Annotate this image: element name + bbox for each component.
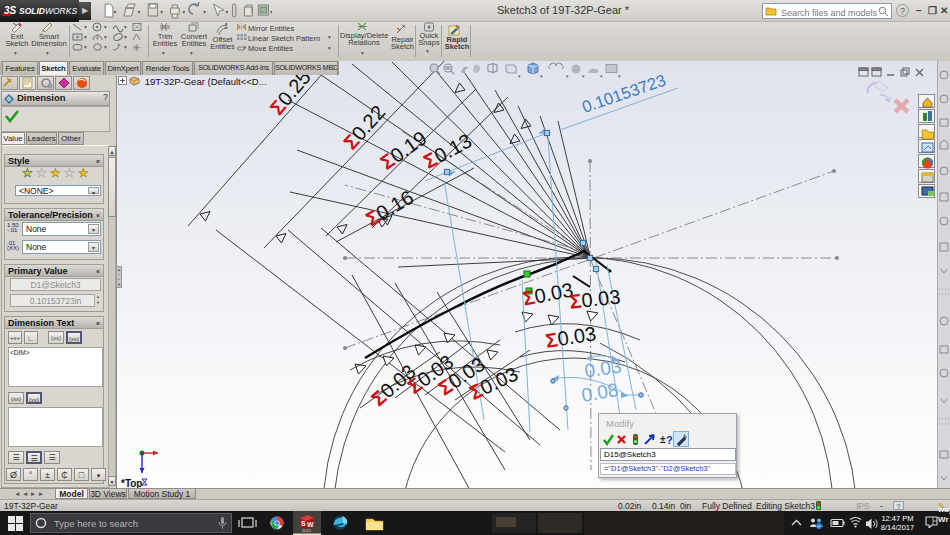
svg-text:▾: ▾ — [160, 9, 163, 15]
svg-text:Σ0.03: Σ0.03 — [544, 322, 598, 352]
svg-text:▾: ▾ — [104, 34, 107, 40]
svg-text:★: ★ — [22, 166, 33, 180]
svg-text:▾: ▾ — [104, 44, 107, 50]
svg-text:▾: ▾ — [124, 44, 127, 50]
svg-text:▾: ▾ — [138, 9, 141, 15]
svg-text:2015: 2015 — [302, 528, 312, 533]
svg-text:Σ0.22: Σ0.22 — [339, 101, 389, 154]
svg-text:▾: ▾ — [190, 50, 193, 56]
svg-text:▾: ▾ — [162, 50, 165, 56]
svg-text:0.03: 0.03 — [583, 356, 623, 382]
svg-text:▾: ▾ — [270, 9, 272, 15]
svg-text:0.08: 0.08 — [580, 379, 620, 406]
svg-text:*Top: *Top — [121, 478, 142, 488]
svg-text:▾: ▾ — [566, 73, 569, 79]
svg-text:★: ★ — [64, 166, 75, 180]
svg-text:▾: ▾ — [618, 73, 621, 79]
svg-text:▾: ▾ — [226, 9, 229, 15]
svg-text:Σ0.03: Σ0.03 — [521, 278, 575, 309]
svg-text:?: ? — [666, 434, 673, 446]
svg-text:▾: ▾ — [124, 34, 127, 40]
svg-text:W: W — [307, 521, 314, 528]
svg-text:★: ★ — [78, 166, 89, 180]
svg-text:★: ★ — [50, 166, 61, 180]
svg-text:★: ★ — [36, 166, 47, 180]
svg-text:▾: ▾ — [426, 48, 429, 54]
svg-text:▾: ▾ — [104, 24, 107, 30]
svg-text:▾: ▾ — [582, 73, 585, 79]
svg-text:▾: ▾ — [361, 50, 364, 56]
svg-text:▾: ▾ — [203, 9, 206, 15]
svg-text:▾: ▾ — [114, 9, 117, 15]
svg-text:▾: ▾ — [84, 24, 87, 30]
svg-text:▾: ▾ — [14, 50, 17, 56]
svg-text:▾: ▾ — [328, 45, 331, 51]
svg-text:▾: ▾ — [84, 34, 87, 40]
svg-text:▾: ▾ — [540, 73, 543, 79]
svg-text:▾: ▾ — [124, 24, 127, 30]
svg-text:▾: ▾ — [183, 9, 186, 15]
svg-text:▾: ▾ — [84, 44, 87, 50]
svg-text:▾: ▾ — [600, 73, 603, 79]
svg-text:▾: ▾ — [46, 50, 49, 56]
svg-text:Σ0.19: Σ0.19 — [376, 127, 430, 174]
svg-text:S: S — [301, 520, 306, 527]
svg-text:Σ0.03: Σ0.03 — [568, 285, 621, 312]
svg-text:▾: ▾ — [518, 73, 521, 79]
